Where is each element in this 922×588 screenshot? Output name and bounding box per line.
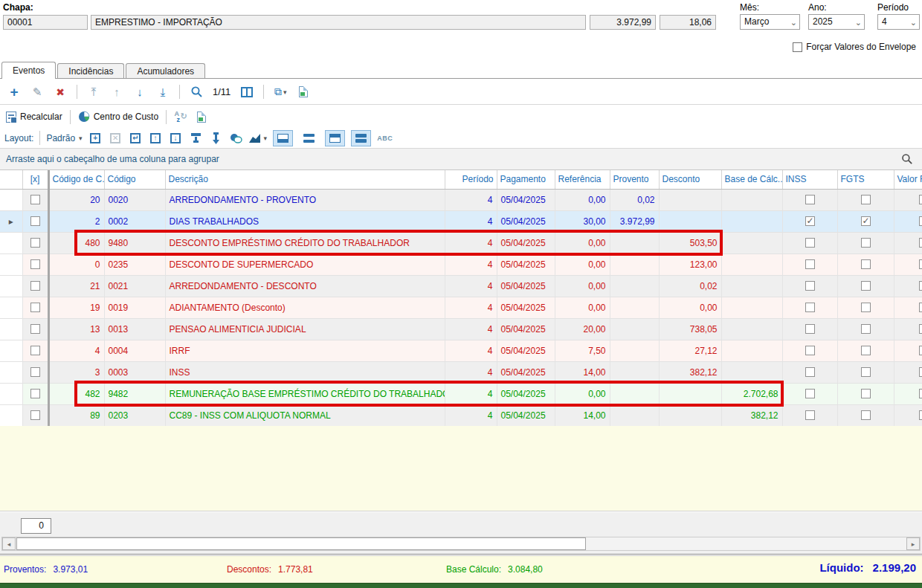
cell-referencia[interactable]: 0,00 (555, 189, 610, 210)
row-indicator[interactable] (0, 232, 22, 253)
cell-codigo-cc[interactable]: 89 (48, 404, 104, 426)
layout-preset-dropdown[interactable]: Padrão ▾ (46, 130, 82, 146)
cell-fgts[interactable] (837, 232, 894, 253)
row-select-cell[interactable] (22, 340, 48, 361)
add-record-button[interactable]: + (7, 84, 21, 100)
cell-base-calculo[interactable]: 2.702,68 (721, 383, 782, 404)
cell-codigo-cc[interactable]: 480 (48, 232, 104, 253)
header-desconto[interactable]: Desconto (659, 170, 721, 189)
cell-descricao[interactable]: DIAS TRABALHADOS (165, 210, 445, 232)
chart-button[interactable]: ▾ (249, 130, 268, 146)
cell-desconto[interactable]: 738,05 (659, 318, 721, 340)
cell-valor[interactable] (894, 318, 922, 340)
header-referencia[interactable]: Referência (555, 170, 610, 189)
view-bands-toggle[interactable] (299, 130, 319, 146)
cell-codigo-cc[interactable]: 4 (48, 340, 104, 361)
row-indicator[interactable] (0, 383, 22, 404)
cell-desconto[interactable]: 0,00 (659, 297, 721, 318)
layout-add-button[interactable]: + (88, 131, 103, 145)
table-row[interactable]: 00235DESCONTO DE SUPERMERCADO405/04/2025… (0, 253, 922, 275)
cell-codigo-cc[interactable]: 2 (48, 210, 104, 232)
cell-inss[interactable] (782, 318, 837, 340)
fgts-checkbox[interactable] (861, 367, 871, 377)
validate-button[interactable] (195, 109, 208, 125)
cell-valor[interactable] (894, 253, 922, 275)
cell-periodo[interactable]: 4 (445, 383, 497, 404)
cell-valor[interactable] (894, 361, 922, 383)
valor-checkbox[interactable] (919, 367, 922, 377)
layout-download-button[interactable]: ↓ (169, 131, 183, 145)
cell-inss[interactable] (782, 275, 837, 297)
cell-referencia[interactable]: 0,00 (555, 297, 610, 318)
valor-checkbox[interactable] (919, 216, 922, 226)
cell-inss[interactable] (782, 383, 837, 404)
fgts-checkbox[interactable] (861, 410, 871, 420)
cell-pagamento[interactable]: 05/04/2025 (497, 297, 555, 318)
cell-referencia[interactable]: 0,00 (555, 383, 610, 404)
cell-referencia[interactable]: 0,00 (555, 232, 610, 253)
forcar-envelope-checkbox[interactable] (793, 42, 802, 52)
cell-provento[interactable] (610, 275, 659, 297)
valor-checkbox[interactable] (919, 324, 922, 334)
row-checkbox[interactable] (30, 281, 40, 291)
header-periodo[interactable]: Período (445, 170, 497, 189)
table-row[interactable]: 190019ADIANTAMENTO (Desconto)405/04/2025… (0, 297, 922, 318)
cell-fgts[interactable] (837, 404, 894, 426)
cell-pagamento[interactable]: 05/04/2025 (497, 404, 555, 426)
cell-periodo[interactable]: 4 (445, 297, 497, 318)
cell-base-calculo[interactable] (721, 275, 782, 297)
valor-checkbox[interactable] (919, 195, 922, 204)
row-checkbox[interactable] (30, 346, 40, 355)
cell-base-calculo[interactable]: 382,12 (721, 404, 782, 426)
cell-referencia[interactable]: 0,00 (555, 253, 610, 275)
fgts-checkbox[interactable] (861, 216, 871, 226)
inss-checkbox[interactable] (805, 303, 815, 312)
row-select-cell[interactable] (22, 297, 48, 318)
row-indicator[interactable] (0, 275, 22, 297)
cell-codigo[interactable]: 9480 (104, 232, 165, 253)
row-checkbox[interactable] (30, 410, 40, 420)
cell-provento[interactable] (610, 297, 659, 318)
cell-desconto[interactable] (659, 189, 721, 210)
cell-inss[interactable] (782, 297, 837, 318)
cell-descricao[interactable]: DESCONTO EMPRÉSTIMO CRÉDITO DO TRABALHAD… (165, 232, 445, 253)
cell-provento[interactable] (610, 318, 659, 340)
cell-base-calculo[interactable] (721, 318, 782, 340)
fgts-checkbox[interactable] (861, 303, 871, 312)
cell-provento[interactable] (610, 340, 659, 361)
fgts-checkbox[interactable] (861, 281, 871, 291)
move-up-button[interactable]: ↑ (110, 84, 123, 100)
table-row[interactable]: 4829482REMUNERAÇÃO BASE EMPRÉSTIMO CRÉDI… (0, 383, 922, 404)
layout-rename-button[interactable]: ↵ (129, 131, 143, 145)
cell-pagamento[interactable]: 05/04/2025 (497, 361, 555, 383)
cell-periodo[interactable]: 4 (445, 210, 497, 232)
chapa-field[interactable]: 00001 (3, 15, 88, 30)
cell-fgts[interactable] (837, 275, 894, 297)
cell-referencia[interactable]: 7,50 (555, 340, 610, 361)
edit-record-button[interactable]: ✎ (30, 84, 44, 100)
cell-periodo[interactable]: 4 (445, 275, 497, 297)
fgts-checkbox[interactable] (861, 324, 871, 334)
mes-select[interactable]: Março ⌄ (740, 14, 800, 30)
cell-fgts[interactable] (837, 361, 894, 383)
cell-provento[interactable] (610, 232, 659, 253)
scroll-right-button[interactable]: ▸ (906, 537, 920, 550)
row-select-cell[interactable] (22, 383, 48, 404)
valor-referencia-field[interactable]: 3.972,99 (590, 15, 656, 30)
view-stripes-toggle[interactable] (351, 130, 371, 146)
table-row[interactable]: 4809480DESCONTO EMPRÉSTIMO CRÉDITO DO TR… (0, 232, 922, 253)
row-checkbox[interactable] (30, 216, 40, 226)
row-indicator[interactable]: ▸ (0, 210, 22, 232)
cell-codigo-cc[interactable]: 13 (48, 318, 104, 340)
cell-provento[interactable]: 0,02 (610, 189, 659, 210)
cell-base-calculo[interactable] (721, 232, 782, 253)
valor-checkbox[interactable] (919, 346, 922, 355)
horizontal-scrollbar[interactable]: ◂ ▸ (1, 537, 921, 551)
valor-checkbox[interactable] (919, 303, 922, 312)
row-select-cell[interactable] (22, 253, 48, 275)
header-provento[interactable]: Provento (610, 170, 659, 189)
cell-provento[interactable] (610, 253, 659, 275)
row-indicator[interactable] (0, 361, 22, 383)
report-button[interactable] (297, 84, 310, 100)
header-inss[interactable]: INSS (782, 170, 837, 189)
